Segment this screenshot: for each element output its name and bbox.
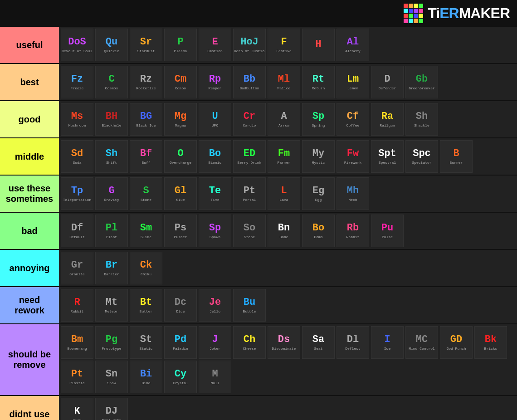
- item-card[interactable]: BkBricks: [474, 326, 507, 359]
- item-card[interactable]: MlMalice: [268, 66, 300, 98]
- item-card[interactable]: BrBarrier: [95, 252, 128, 284]
- item-card[interactable]: SpSpawn: [199, 215, 231, 247]
- item-card[interactable]: SaSeat: [302, 326, 335, 359]
- item-card[interactable]: H: [302, 29, 335, 61]
- item-card[interactable]: ShShackle: [405, 103, 438, 136]
- item-card[interactable]: FFestive: [268, 29, 300, 61]
- item-card[interactable]: BuBubble: [233, 289, 266, 322]
- item-card[interactable]: BfBuff: [130, 140, 162, 173]
- item-card[interactable]: PlPlant: [95, 215, 128, 247]
- item-card[interactable]: EEmotion: [199, 29, 231, 61]
- item-abbr: ED: [244, 148, 255, 159]
- item-card[interactable]: SpcSpectator: [405, 140, 438, 173]
- item-card[interactable]: BoBomb: [302, 215, 335, 247]
- item-card[interactable]: OOvercharge: [164, 140, 197, 173]
- tier-row-good: goodMsMushroomBHBlackholeBGBlack IceMgMa…: [0, 101, 517, 138]
- item-card[interactable]: GDGod Punch: [440, 326, 473, 359]
- item-card[interactable]: CmCombo: [164, 66, 197, 98]
- item-card[interactable]: RzRocketize: [130, 66, 162, 98]
- item-card[interactable]: LmLemon: [337, 66, 369, 98]
- item-card[interactable]: DlDeflect: [337, 326, 369, 359]
- item-card[interactable]: BtButter: [130, 289, 162, 322]
- item-card[interactable]: RRabbit: [61, 289, 93, 322]
- item-card[interactable]: MCMind Control: [405, 326, 438, 359]
- item-card[interactable]: DDefender: [371, 66, 404, 98]
- item-card[interactable]: EgEgg: [302, 177, 335, 210]
- item-card[interactable]: SrStardust: [130, 29, 162, 61]
- item-card[interactable]: DoSDevour of Souls: [61, 29, 93, 61]
- item-card[interactable]: MhMech: [337, 177, 369, 210]
- item-card[interactable]: MsMushroom: [61, 103, 93, 136]
- item-card[interactable]: MgMagma: [164, 103, 197, 136]
- item-card[interactable]: PtPlastic: [61, 361, 93, 393]
- item-card[interactable]: StStatic: [130, 326, 162, 359]
- item-card[interactable]: BBurner: [440, 140, 473, 173]
- item-card[interactable]: BHBlackhole: [95, 103, 128, 136]
- item-card[interactable]: FwFirework: [337, 140, 369, 173]
- item-name: Cardio: [243, 123, 256, 127]
- item-card[interactable]: BGBlack Ice: [130, 103, 162, 136]
- item-card[interactable]: ChCheese: [233, 326, 266, 359]
- item-card[interactable]: BbBadbutton: [233, 66, 266, 98]
- item-card[interactable]: DfDefault: [61, 215, 93, 247]
- item-card[interactable]: CCosmos: [95, 66, 128, 98]
- item-card[interactable]: EDBerry Drink: [233, 140, 266, 173]
- item-card[interactable]: RtReturn: [302, 66, 335, 98]
- item-card[interactable]: RpReaper: [199, 66, 231, 98]
- item-card[interactable]: BiBind: [130, 361, 162, 393]
- item-card[interactable]: BmBoomerang: [61, 326, 93, 359]
- item-card[interactable]: PgPrototype: [95, 326, 128, 359]
- item-card[interactable]: PuPulse: [371, 215, 404, 247]
- item-card[interactable]: SnSnow: [95, 361, 128, 393]
- item-card[interactable]: MtMeteor: [95, 289, 128, 322]
- item-card[interactable]: GrGranite: [61, 252, 93, 284]
- item-card[interactable]: RbRabbit: [337, 215, 369, 247]
- item-card[interactable]: DJDemi-John: [95, 398, 128, 420]
- item-card[interactable]: PtPortal: [233, 177, 266, 210]
- item-card[interactable]: SmSlime: [130, 215, 162, 247]
- item-card[interactable]: SpSpring: [302, 103, 335, 136]
- item-card[interactable]: CyCrystal: [164, 361, 197, 393]
- item-card[interactable]: PPlasma: [164, 29, 197, 61]
- item-card[interactable]: CfCoffee: [337, 103, 369, 136]
- item-card[interactable]: PsPusher: [164, 215, 197, 247]
- item-card[interactable]: SdSoda: [61, 140, 93, 173]
- item-card[interactable]: KKick: [61, 398, 93, 420]
- item-card[interactable]: GGravity: [95, 177, 128, 210]
- item-card[interactable]: FzFreeze: [61, 66, 93, 98]
- item-card[interactable]: DsDiscominate: [268, 326, 300, 359]
- item-card[interactable]: JJoker: [199, 326, 231, 359]
- item-card[interactable]: BoBionic: [199, 140, 231, 173]
- item-card[interactable]: HoJHero of Justice: [233, 29, 266, 61]
- item-card[interactable]: TeTime: [199, 177, 231, 210]
- tier-row-bad: badDfDefaultPlPlantSmSlimePsPusherSpSpaw…: [0, 213, 517, 250]
- item-card[interactable]: AArrow: [268, 103, 300, 136]
- item-card[interactable]: CrCardio: [233, 103, 266, 136]
- item-card[interactable]: BnBone: [268, 215, 300, 247]
- item-card[interactable]: SoStone: [233, 215, 266, 247]
- item-card[interactable]: SStone: [130, 177, 162, 210]
- item-card[interactable]: DcDice: [164, 289, 197, 322]
- item-card[interactable]: CkChiku: [130, 252, 162, 284]
- item-name: Barrier: [104, 272, 119, 276]
- item-card[interactable]: GbGreenbreaker: [405, 66, 438, 98]
- item-card[interactable]: GlGlue: [164, 177, 197, 210]
- item-card[interactable]: SptSpectral: [371, 140, 404, 173]
- item-card[interactable]: JeJello: [199, 289, 231, 322]
- item-card[interactable]: ShShift: [95, 140, 128, 173]
- item-card[interactable]: MNull: [199, 361, 231, 393]
- item-name: Crystal: [173, 381, 188, 385]
- item-abbr: E: [212, 37, 218, 48]
- item-card[interactable]: IIce: [371, 326, 404, 359]
- item-card[interactable]: TpTeleportation: [61, 177, 93, 210]
- item-card[interactable]: RaRailgun: [371, 103, 404, 136]
- item-card[interactable]: MyMystic: [302, 140, 335, 173]
- item-card[interactable]: FmFarmer: [268, 140, 300, 173]
- item-card[interactable]: QuQuickie: [95, 29, 128, 61]
- item-abbr: Ch: [244, 334, 255, 345]
- item-card[interactable]: AlAlchemy: [337, 29, 369, 61]
- item-abbr: Tp: [71, 186, 83, 196]
- item-card[interactable]: PdPaladin: [164, 326, 197, 359]
- item-card[interactable]: LLava: [268, 177, 300, 210]
- item-card[interactable]: UUFO: [199, 103, 231, 136]
